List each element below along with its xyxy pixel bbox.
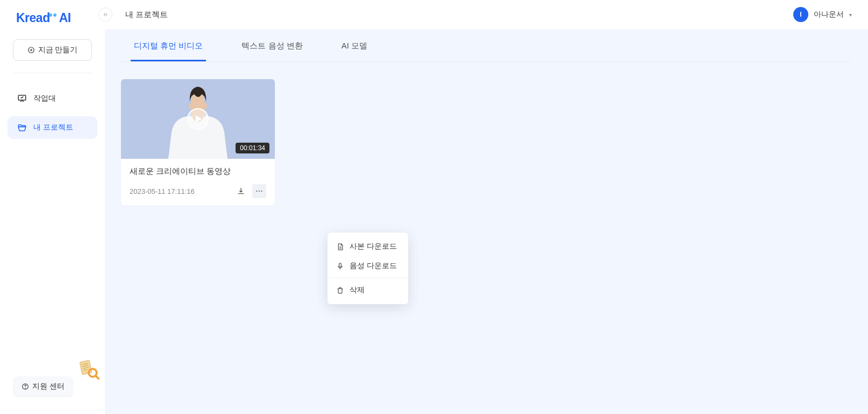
page-title: 내 프로젝트 [125,10,168,20]
support-center-label: 지원 센터 [32,382,65,391]
create-button-label: 지금 만들기 [38,45,78,55]
tabs: 디지털 휴먼 비디오 텍스트 음성 변환 AI 모델 [121,29,852,62]
project-card[interactable]: 00:01:34 새로운 크리에이티브 동영상 2023-05-11 17:11… [121,79,275,206]
svg-rect-12 [339,263,341,266]
divider [13,73,92,73]
menu-separator [328,278,408,278]
user-name: 아나운서 [814,10,844,19]
project-thumbnail: 00:01:34 [121,79,275,159]
presentation-icon [17,94,27,103]
avatar: I [793,7,808,22]
sidebar-item-workbench[interactable]: 작업대 [8,87,97,110]
project-title: 새로운 크리에이티브 동영상 [130,166,266,177]
user-menu[interactable]: I 아나운서 ▾ [793,7,857,22]
sidebar-nav: 작업대 내 프로젝트 [0,78,105,145]
content: 디지털 휴먼 비디오 텍스트 음성 변환 AI 모델 [105,29,868,414]
sidebar: Kread AI 지금 만들기 작업대 내 프로젝트 [0,0,105,414]
chevron-double-left-icon [102,11,109,18]
logo-word-kread: Kread [16,11,50,25]
support-center-button[interactable]: 지원 센터 [13,376,73,397]
sidebar-item-my-projects[interactable]: 내 프로젝트 [8,116,97,139]
logo-dots-icon [49,5,56,20]
svg-point-6 [25,388,26,389]
folder-open-icon [17,123,27,132]
logo: Kread AI [0,8,105,35]
menu-item-copy-download[interactable]: 사본 다운로드 [328,237,408,256]
download-button[interactable] [234,184,248,198]
menu-item-voice-download[interactable]: 음성 다운로드 [328,256,408,276]
svg-point-7 [189,103,192,109]
microphone-icon [336,262,344,270]
menu-item-label: 사본 다운로드 [350,242,397,251]
svg-point-11 [261,191,262,192]
menu-item-label: 삭제 [350,285,365,295]
sidebar-item-label: 작업대 [33,94,56,103]
main: 내 프로젝트 I 아나운서 ▾ 디지털 휴먼 비디오 텍스트 음성 변환 AI … [105,0,868,414]
project-grid: 00:01:34 새로운 크리에이티브 동영상 2023-05-11 17:11… [121,62,852,223]
sidebar-item-label: 내 프로젝트 [33,123,73,132]
duration-badge: 00:01:34 [236,143,269,153]
topbar: 내 프로젝트 I 아나운서 ▾ [105,0,868,29]
svg-point-8 [204,103,207,109]
question-circle-icon [22,383,29,390]
svg-rect-2 [80,360,92,375]
tab-label: AI 모델 [341,41,367,50]
tab-label: 디지털 휴먼 비디오 [134,41,203,50]
collapse-sidebar-button[interactable] [98,8,112,22]
context-menu: 사본 다운로드 음성 다운로드 삭제 [328,233,408,304]
svg-point-9 [256,191,257,192]
tab-label: 텍스트 음성 변환 [241,41,302,50]
more-menu-button[interactable] [252,184,266,198]
project-date: 2023-05-11 17:11:16 [130,187,230,195]
plus-circle-icon [27,46,35,54]
create-button[interactable]: 지금 만들기 [13,39,92,61]
tab-text-to-speech[interactable]: 텍스트 음성 변환 [238,41,305,61]
download-icon [237,187,245,195]
menu-item-delete[interactable]: 삭제 [328,280,408,300]
tab-ai-model[interactable]: AI 모델 [338,41,371,61]
logo-word-ai: AI [59,11,71,25]
svg-point-10 [259,191,260,192]
document-icon [336,243,344,251]
dots-horizontal-icon [255,187,264,195]
menu-item-label: 음성 다운로드 [350,261,397,271]
tab-digital-human-video[interactable]: 디지털 휴먼 비디오 [131,41,206,61]
mascot-icon [77,358,101,382]
trash-icon [336,286,344,294]
chevron-down-icon: ▾ [849,12,852,18]
play-button[interactable] [187,108,209,130]
